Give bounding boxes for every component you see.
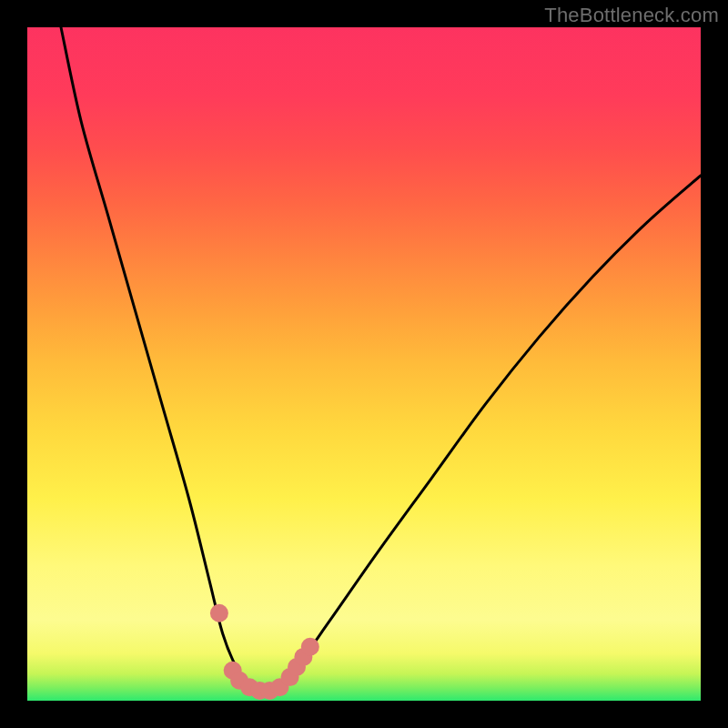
watermark-label: TheBottleneck.com bbox=[544, 4, 719, 27]
marker-dot bbox=[301, 638, 319, 656]
chart-frame: TheBottleneck.com bbox=[0, 0, 728, 728]
highlight-markers bbox=[210, 604, 319, 700]
marker-dot bbox=[210, 604, 228, 622]
plot-area bbox=[27, 27, 701, 701]
curve-path bbox=[61, 27, 701, 694]
curve-layer bbox=[27, 27, 701, 701]
bottleneck-curve bbox=[61, 27, 701, 694]
